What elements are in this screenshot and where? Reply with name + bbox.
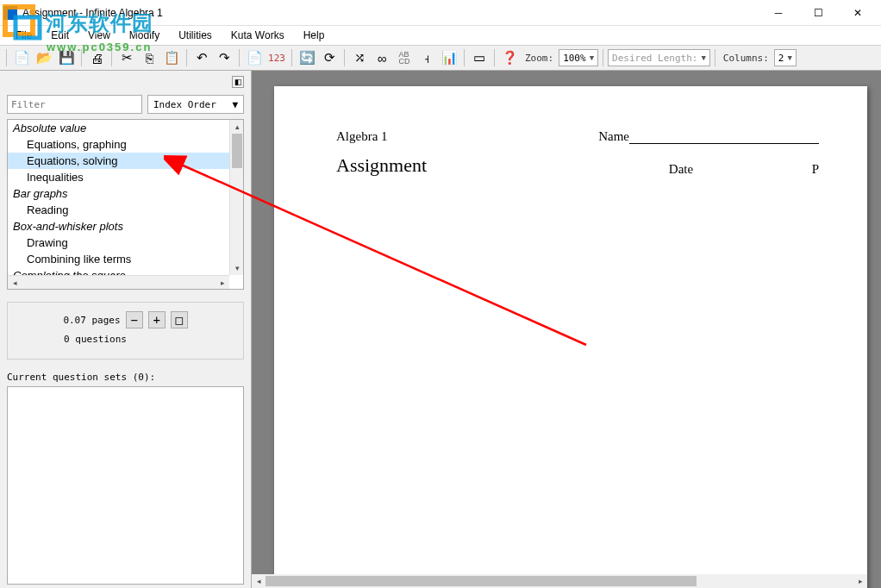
- scroll-left-icon[interactable]: ◂: [8, 276, 22, 290]
- regen-all-icon[interactable]: ⟳: [319, 47, 340, 68]
- sidebar: ◧ Index Order▼ Absolute valueEquations, …: [0, 71, 252, 588]
- zoom-label: Zoom:: [522, 53, 557, 64]
- save-icon[interactable]: 💾: [56, 47, 77, 68]
- minimize-button[interactable]: ─: [759, 1, 798, 25]
- question-sets-label: Current question sets (0):: [3, 365, 247, 386]
- stop-button[interactable]: □: [171, 311, 188, 328]
- doc-scrollbar-h[interactable]: ◂ ▸: [252, 574, 867, 588]
- menu-view[interactable]: View: [79, 28, 119, 43]
- titlebar: Assignment - Infinite Algebra 1 ─ ☐ ✕: [0, 0, 881, 26]
- copy-icon[interactable]: ⎘: [139, 47, 159, 68]
- scroll-thumb[interactable]: [232, 134, 242, 168]
- paste-icon[interactable]: 📋: [161, 47, 182, 68]
- page-icon[interactable]: ▭: [469, 47, 490, 68]
- new-doc-icon[interactable]: 📄: [11, 47, 32, 68]
- menu-edit[interactable]: Edit: [42, 28, 78, 43]
- page-info-panel: 0.07 pages − + □ 0 questions: [7, 302, 244, 360]
- columns-select[interactable]: 2▼: [774, 49, 797, 66]
- increment-button[interactable]: +: [148, 311, 166, 328]
- topic-item[interactable]: Equations, solving: [8, 153, 229, 169]
- questions-count: 0 questions: [64, 334, 127, 345]
- regen-icon[interactable]: 🔄: [297, 47, 317, 68]
- zoom-select[interactable]: 100%▼: [559, 49, 598, 66]
- open-icon[interactable]: 📂: [34, 47, 54, 68]
- doc-scroll-thumb[interactable]: [266, 576, 697, 586]
- topic-item[interactable]: Reading: [8, 202, 229, 218]
- menubar: File Edit View Modify Utilities Kuta Wor…: [0, 26, 881, 45]
- menu-file[interactable]: File: [7, 28, 41, 43]
- maximize-button[interactable]: ☐: [798, 1, 838, 25]
- help-icon[interactable]: ❓: [499, 47, 520, 68]
- topic-item[interactable]: Combining like terms: [8, 251, 229, 267]
- topic-item[interactable]: Drawing: [8, 235, 229, 251]
- menu-help[interactable]: Help: [295, 28, 334, 43]
- decrement-button[interactable]: −: [126, 311, 143, 328]
- scroll-right-icon[interactable]: ▸: [216, 276, 229, 290]
- columns-label: Columns:: [720, 53, 772, 64]
- topic-scrollbar-h[interactable]: ◂ ▸: [8, 275, 229, 289]
- redo-icon[interactable]: ↷: [214, 47, 234, 68]
- scroll-down-icon[interactable]: ▾: [230, 261, 244, 275]
- panel-undock-icon[interactable]: ◧: [232, 76, 244, 88]
- document-page: Algebra 1 Name Assignment Date P: [274, 86, 867, 588]
- topic-scrollbar-v[interactable]: ▴ ▾: [229, 120, 243, 275]
- choices-icon[interactable]: ABCD: [394, 47, 415, 68]
- date-label: Date: [669, 162, 693, 177]
- doc-title: Assignment: [336, 154, 427, 177]
- print-icon[interactable]: 🖨: [86, 47, 107, 68]
- topic-list[interactable]: Absolute valueEquations, graphingEquatio…: [7, 119, 244, 290]
- doc-header-left: Algebra 1: [336, 129, 388, 144]
- document-area[interactable]: Algebra 1 Name Assignment Date P ◂ ▸: [252, 71, 881, 588]
- filter-input[interactable]: [7, 95, 142, 114]
- numbering-icon[interactable]: 123: [266, 47, 287, 68]
- header-icon[interactable]: 📄: [244, 47, 265, 68]
- topic-item[interactable]: Equations, graphing: [8, 136, 229, 153]
- topic-category[interactable]: Box-and-whisker plots: [8, 218, 229, 235]
- app-icon: [3, 6, 17, 20]
- cut-icon[interactable]: ✂: [116, 47, 137, 68]
- pages-count: 0.07 pages: [63, 315, 120, 326]
- order-select[interactable]: Index Order▼: [147, 95, 244, 114]
- spacing-icon[interactable]: ⫞: [416, 47, 437, 68]
- scroll-up-icon[interactable]: ▴: [230, 120, 244, 134]
- question-sets-list[interactable]: [7, 386, 244, 585]
- menu-modify[interactable]: Modify: [121, 28, 168, 43]
- toolbar: 📄 📂 💾 🖨 ✂ ⎘ 📋 ↶ ↷ 📄 123 🔄 ⟳ ⤮ ∞ ABCD ⫞ 📊…: [0, 45, 881, 71]
- link-icon[interactable]: ∞: [372, 47, 392, 68]
- window-title: Assignment - Infinite Algebra 1: [22, 7, 759, 19]
- scramble-icon[interactable]: ⤮: [349, 47, 370, 68]
- name-label: Name: [598, 129, 629, 144]
- close-button[interactable]: ✕: [838, 1, 878, 25]
- length-select[interactable]: Desired Length:▼: [608, 49, 710, 66]
- period-label: P: [812, 162, 819, 177]
- topic-item[interactable]: Inequalities: [8, 169, 229, 185]
- undo-icon[interactable]: ↶: [191, 47, 212, 68]
- doc-scroll-right-icon[interactable]: ▸: [853, 574, 867, 588]
- topic-category[interactable]: Absolute value: [8, 120, 229, 136]
- graph-icon[interactable]: 📊: [439, 47, 459, 68]
- menu-utilities[interactable]: Utilities: [170, 28, 221, 43]
- doc-scroll-left-icon[interactable]: ◂: [252, 574, 266, 588]
- menu-kutaworks[interactable]: Kuta Works: [222, 28, 293, 43]
- topic-category[interactable]: Bar graphs: [8, 185, 229, 202]
